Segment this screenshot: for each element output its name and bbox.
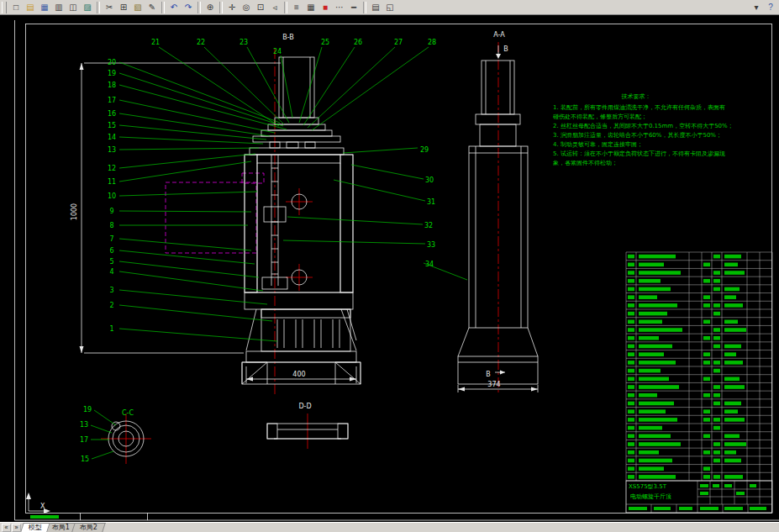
toolbar-separator [284, 2, 287, 13]
balloon: 32 [424, 222, 433, 229]
balloon: 10 [108, 192, 116, 200]
undo-icon[interactable]: ↶ [167, 1, 181, 14]
section-label-cc: C-C [122, 409, 134, 417]
balloon: 16 [108, 110, 116, 118]
redo-icon[interactable]: ↷ [182, 1, 195, 14]
balloon: 24 [273, 48, 282, 55]
balloon: 30 [425, 176, 434, 184]
new-file-icon[interactable]: □ [9, 1, 23, 14]
tab-model[interactable]: 模型 [20, 523, 50, 532]
balloon: 12 [108, 165, 116, 172]
help-icon[interactable]: ? [764, 1, 777, 14]
front-view [242, 57, 361, 384]
insert-hyperlink-icon[interactable]: ⊕ [203, 1, 217, 14]
balloon: 19 [108, 70, 116, 77]
note-line: 1. 装配前，所有零件用煤油清洗干净，不允许有任何杂质，表面有 [553, 104, 725, 111]
balloon: 18 [108, 82, 116, 89]
toolbar-separator [219, 2, 223, 13]
balloon: 29 [420, 146, 429, 154]
toolbar-separator [363, 2, 366, 13]
layout-tab-bar: « » 模型 布局1 布局2 [0, 522, 779, 532]
tab-layout2[interactable]: 布局2 [71, 523, 106, 532]
balloon: 13 [80, 421, 88, 429]
note-line: 4. 制动灵敏可靠，固定连接牢固； [553, 141, 643, 148]
balloon: 21 [151, 39, 160, 46]
copy-icon[interactable]: ⊞ [117, 1, 130, 14]
properties-icon[interactable]: ▤ [369, 1, 382, 14]
tech-notes-title: 技术要求： [621, 93, 651, 100]
balloon: 27 [394, 39, 403, 46]
tab-layout2-label: 布局2 [80, 524, 97, 532]
toolbar-separator [97, 2, 100, 13]
tab-scroll-left-icon[interactable]: « [2, 524, 11, 532]
balloon: 23 [239, 39, 248, 46]
note-line: 2. 丝杠丝母配合适当，其间隙不大于0.15mm，空转不得大于50%； [553, 123, 734, 129]
toolbar-grip[interactable] [2, 2, 7, 13]
drawing-canvas[interactable]: 1000 400 374 20 19 18 17 16 15 14 13 12 [0, 0, 779, 532]
balloon: 1 [109, 325, 113, 333]
title-block: XS575型3.5T 电动螺旋千斤顶 [626, 481, 772, 513]
balloon: 22 [197, 39, 205, 46]
dimensions: 1000 400 374 [71, 63, 538, 392]
plot-preview-icon[interactable]: ◫ [66, 1, 80, 14]
color-control-icon[interactable]: ■ [318, 1, 332, 14]
lineweight-icon[interactable]: ━ [347, 1, 361, 14]
cad-application-window: { "toolbar": { "icons": [ {"name":"new-f… [0, 0, 779, 532]
balloon: 15 [81, 456, 89, 463]
balloon: 17 [80, 436, 88, 444]
balloon: 7 [109, 235, 113, 243]
svg-text:X: X [40, 503, 45, 510]
toolbar-separator [161, 2, 165, 13]
main-toolbar: □ ▤ ▦ ▥ ◫ ▨ ✂ ⊞ ▧ ✎ ↶ ↷ ⊕ ✛ ◎ ⊡ ◃ ≡ ▦ ■ … [0, 0, 779, 15]
zoom-realtime-icon[interactable]: ◎ [239, 1, 253, 14]
balloon-labels: 20 19 18 17 16 15 14 13 12 11 10 9 8 7 6… [80, 39, 436, 463]
open-icon[interactable]: ▤ [24, 1, 37, 14]
section-label-dd: D-D [298, 403, 311, 410]
side-view [458, 45, 538, 384]
dim-height: 1000 [71, 203, 78, 220]
title-block-name: 电动螺旋千斤顶 [630, 493, 671, 500]
phantom-lines [166, 173, 264, 253]
balloon: 31 [427, 198, 435, 206]
match-properties-icon[interactable]: ✎ [145, 1, 159, 14]
note-line: 碰伤处不得装配，修整后方可装配； [553, 113, 647, 120]
zoom-window-icon[interactable]: ⊡ [254, 1, 267, 14]
balloon: 26 [354, 39, 362, 46]
section-label-aa: A-A [493, 31, 505, 39]
balloon: 33 [427, 241, 435, 249]
note-line: 3. 润滑脂加注适量，齿轮啮合不小于60%，其长度不小于50%； [553, 131, 722, 139]
tab-layout1-label: 布局1 [52, 524, 70, 532]
balloon: 13 [108, 146, 116, 154]
zoom-previous-icon[interactable]: ◃ [268, 1, 282, 14]
balloon: 9 [109, 208, 113, 215]
note-line: 5. 试运转：须在不小于额定负荷状态下进行，不得有卡阻及渗漏现 [553, 150, 725, 157]
linetype-icon[interactable]: ⋯ [333, 1, 346, 14]
toolbar-options-icon[interactable]: ▾ [750, 1, 763, 14]
section-labels: B-B A-A C-C D-D B B [122, 31, 508, 417]
balloon: 8 [109, 222, 113, 229]
note-line: 象，各紧固件不得松动； [553, 160, 618, 166]
paste-icon[interactable]: ▧ [131, 1, 145, 14]
toolbar-separator [197, 2, 201, 13]
ucs-icon: X [26, 492, 50, 514]
tab-scroll-right-icon[interactable]: » [12, 524, 21, 532]
balloon: 17 [108, 97, 116, 104]
section-label-bb: B-B [282, 34, 294, 41]
balloon: 15 [108, 122, 116, 129]
centerlines [275, 42, 498, 395]
datum-label-b-bottom: B [486, 371, 491, 378]
bom-entries [628, 255, 746, 479]
publish-icon[interactable]: ▨ [81, 1, 94, 14]
design-center-icon[interactable]: ◱ [383, 1, 397, 14]
balloon: 6 [109, 247, 113, 255]
pan-icon[interactable]: ✛ [225, 1, 239, 14]
balloon: 4 [109, 268, 113, 276]
plot-icon[interactable]: ▥ [52, 1, 66, 14]
layer-states-icon[interactable]: ▦ [304, 1, 318, 14]
balloon: 28 [428, 39, 436, 46]
layers-icon[interactable]: ≡ [290, 1, 303, 14]
save-icon[interactable]: ▦ [38, 1, 51, 14]
balloon: 19 [83, 406, 92, 413]
cut-icon[interactable]: ✂ [103, 1, 116, 14]
title-block-model: XS575型3.5T [629, 483, 667, 490]
